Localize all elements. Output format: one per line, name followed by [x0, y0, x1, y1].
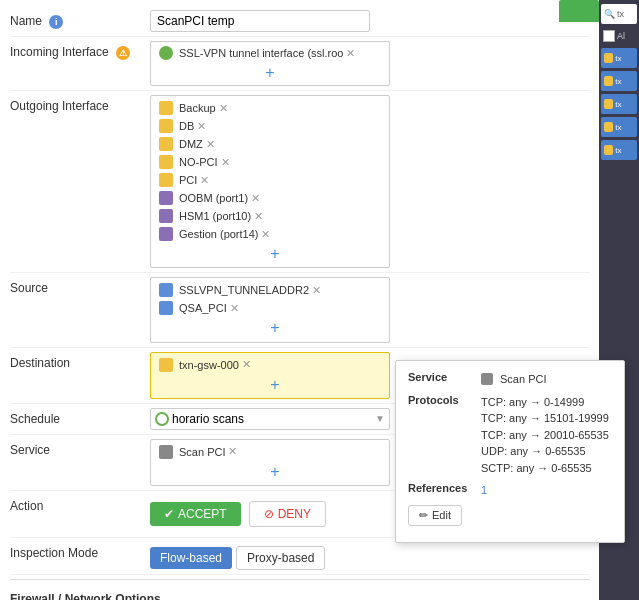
sidebar-item-icon-1 [604, 53, 613, 63]
source-qsa-text: QSA_PCI [179, 302, 227, 314]
incoming-remove-btn[interactable]: ✕ [346, 48, 355, 59]
schedule-arrow: ▼ [375, 413, 385, 424]
nopci-remove-btn[interactable]: ✕ [221, 157, 230, 168]
incoming-label-text: Incoming Interface [10, 45, 109, 59]
destination-add-btn[interactable]: + [155, 375, 395, 394]
service-remove-btn[interactable]: ✕ [228, 446, 237, 457]
protocol-line-4: UDP: any → 0-65535 [481, 443, 609, 460]
sidebar-item-label-3: tx [615, 100, 634, 109]
service-tooltip: Service Scan PCI Protocols TCP: any → 0-… [395, 360, 625, 543]
hsm1-remove-btn[interactable]: ✕ [254, 211, 263, 222]
incoming-tag-text: SSL-VPN tunnel interface (ssl.roo [179, 47, 343, 59]
references-link[interactable]: 1 [481, 484, 487, 496]
source-tag-qsa: QSA_PCI ✕ [155, 300, 243, 316]
schedule-select[interactable]: horario scans ▼ [150, 408, 390, 430]
sidebar-item-label-2: tx [615, 77, 634, 86]
outgoing-nopci-text: NO-PCI [179, 156, 218, 168]
sidebar-item-label-1: tx [615, 54, 634, 63]
sidebar-all-label: Al [617, 31, 625, 41]
tooltip-protocols-row: Protocols TCP: any → 0-14999 TCP: any → … [408, 394, 612, 477]
inspection-label: Inspection Mode [10, 542, 150, 560]
service-label: Service [10, 439, 150, 457]
incoming-row: Incoming Interface ⚠ SSL-VPN tunnel inte… [10, 37, 590, 91]
db-remove-btn[interactable]: ✕ [197, 121, 206, 132]
backup-remove-btn[interactable]: ✕ [219, 103, 228, 114]
sidebar-item-3[interactable]: tx [601, 94, 637, 114]
outgoing-gestion-text: Gestion (port14) [179, 228, 258, 240]
tooltip-references-label: References [408, 482, 473, 494]
sslvpn-remove-btn[interactable]: ✕ [312, 285, 321, 296]
sidebar-all-checkbox[interactable] [603, 30, 615, 42]
outgoing-backup-text: Backup [179, 102, 216, 114]
tooltip-protocols-label: Protocols [408, 394, 473, 406]
sidebar-item-2[interactable]: tx [601, 71, 637, 91]
service-add-btn[interactable]: + [155, 462, 395, 481]
outgoing-tag-hsm1: HSM1 (port10) ✕ [155, 208, 267, 224]
tooltip-service-icon [481, 373, 493, 385]
source-add-btn[interactable]: + [155, 318, 395, 337]
service-label-text: Service [10, 443, 50, 457]
action-label-text: Action [10, 499, 43, 513]
source-tag-sslvpn: SSLVPN_TUNNELADDR2 ✕ [155, 282, 325, 298]
sidebar-item-icon-3 [604, 99, 613, 109]
accept-button[interactable]: ✔ ACCEPT [150, 502, 241, 526]
inspection-buttons: Flow-based Proxy-based [150, 542, 590, 570]
sidebar-item-5[interactable]: tx [601, 140, 637, 160]
protocol-line-1: TCP: any → 0-14999 [481, 394, 609, 411]
outgoing-tag-oobm: OOBM (port1) ✕ [155, 190, 264, 206]
dmz-remove-btn[interactable]: ✕ [206, 139, 215, 150]
outgoing-label-text: Outgoing Interface [10, 99, 109, 113]
sslvpn-icon [159, 283, 173, 297]
oobm-icon [159, 191, 173, 205]
tooltip-edit-label: Edit [432, 509, 451, 521]
hsm1-icon [159, 209, 173, 223]
service-scan-icon [159, 445, 173, 459]
deny-button[interactable]: ⊘ DENY [249, 501, 326, 527]
tooltip-references-value: 1 [481, 482, 487, 499]
flow-based-button[interactable]: Flow-based [150, 547, 232, 569]
outgoing-tag-box: Backup ✕ DB ✕ DMZ ✕ NO- [150, 95, 390, 268]
tooltip-edit-button[interactable]: ✏ Edit [408, 505, 462, 526]
pci-icon [159, 173, 173, 187]
sidebar-all-item[interactable]: Al [601, 27, 637, 45]
schedule-clock-icon [155, 412, 169, 426]
name-input[interactable] [150, 10, 370, 32]
tooltip-service-label: Service [408, 371, 473, 383]
name-label-text: Name [10, 14, 42, 28]
outgoing-tag-gestion: Gestion (port14) ✕ [155, 226, 274, 242]
qsa-remove-btn[interactable]: ✕ [230, 303, 239, 314]
sidebar-item-1[interactable]: tx [601, 48, 637, 68]
service-scan-text: Scan PCI [179, 446, 225, 458]
outgoing-dmz-text: DMZ [179, 138, 203, 150]
outgoing-add-btn[interactable]: + [155, 244, 395, 263]
incoming-label: Incoming Interface ⚠ [10, 41, 150, 60]
txn-remove-btn[interactable]: ✕ [242, 359, 251, 370]
destination-txn-text: txn-gsw-000 [179, 359, 239, 371]
firewall-divider [10, 579, 590, 580]
nopci-icon [159, 155, 173, 169]
firewall-section-title: Firewall / Network Options [10, 584, 590, 600]
outgoing-hsm1-text: HSM1 (port10) [179, 210, 251, 222]
deny-label: DENY [278, 507, 311, 521]
sidebar-search-box[interactable]: 🔍 tx [601, 4, 637, 24]
backup-icon [159, 101, 173, 115]
deny-icon: ⊘ [264, 507, 274, 521]
source-value: SSLVPN_TUNNELADDR2 ✕ QSA_PCI ✕ + [150, 277, 590, 342]
pci-remove-btn[interactable]: ✕ [200, 175, 209, 186]
oobm-remove-btn[interactable]: ✕ [251, 193, 260, 204]
sidebar-item-4[interactable]: tx [601, 117, 637, 137]
schedule-select-text: horario scans [172, 412, 244, 426]
proxy-based-button[interactable]: Proxy-based [236, 546, 325, 570]
outgoing-pci-text: PCI [179, 174, 197, 186]
main-panel: 🔍 tx Al tx tx tx tx tx [0, 0, 639, 600]
outgoing-db-text: DB [179, 120, 194, 132]
tooltip-service-row: Service Scan PCI [408, 371, 612, 388]
qsa-icon [159, 301, 173, 315]
incoming-tag: SSL-VPN tunnel interface (ssl.roo ✕ [155, 45, 359, 61]
gestion-remove-btn[interactable]: ✕ [261, 229, 270, 240]
incoming-add-btn[interactable]: + [155, 63, 385, 82]
protocol-line-2: TCP: any → 15101-19999 [481, 410, 609, 427]
outgoing-label: Outgoing Interface [10, 95, 150, 113]
source-label-text: Source [10, 281, 48, 295]
outgoing-oobm-text: OOBM (port1) [179, 192, 248, 204]
